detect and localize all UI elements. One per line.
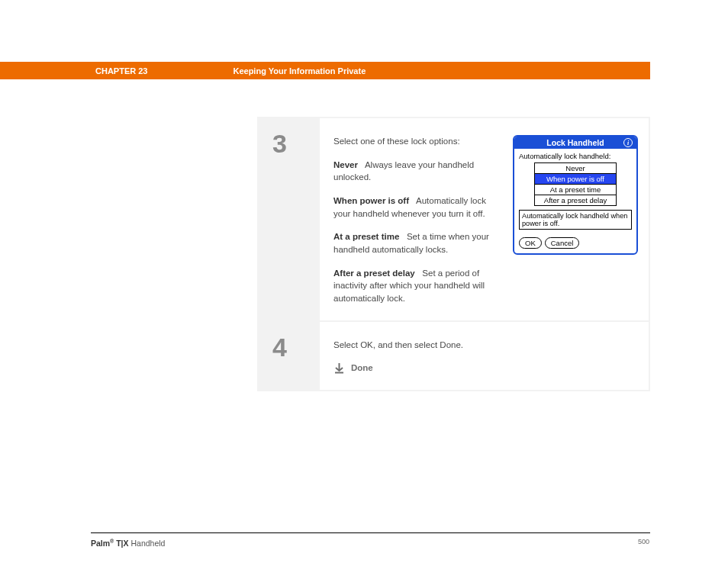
step-instruction: Select OK, and then select Done. xyxy=(333,339,638,352)
chapter-header: CHAPTER 23 Keeping Your Information Priv… xyxy=(0,62,650,79)
dialog-caption: Automatically lock handheld: xyxy=(519,152,632,160)
footer-product: Palm® T|X Handheld xyxy=(91,538,165,548)
option-description: When power is off Automatically lock you… xyxy=(333,195,499,220)
chapter-label: CHAPTER 23 xyxy=(95,66,147,76)
dialog-button-row: OK Cancel xyxy=(519,237,632,249)
done-indicator: Done xyxy=(333,362,638,375)
step-row: 4 Select OK, and then select Done. Done xyxy=(259,322,649,390)
lock-options-list: Never When power is off At a preset time… xyxy=(534,162,617,206)
lock-option-power-off[interactable]: When power is off xyxy=(535,174,616,185)
step-number: 3 xyxy=(259,118,320,320)
dialog-description: Automatically lock handheld when power i… xyxy=(519,210,632,230)
done-arrow-icon xyxy=(333,362,345,374)
dialog-titlebar: Lock Handheld i xyxy=(514,137,636,149)
step-text: Select OK, and then select Done. Done xyxy=(333,339,638,375)
lock-option-never[interactable]: Never xyxy=(535,163,616,174)
lock-option-preset-delay[interactable]: After a preset delay xyxy=(535,195,616,205)
option-description: Never Always leave your handheld unlocke… xyxy=(333,159,499,184)
option-description: At a preset time Set a time when your ha… xyxy=(333,230,499,256)
step-intro: Select one of these lock options: xyxy=(333,135,499,148)
steps-container: 3 Select one of these lock options: Neve… xyxy=(257,117,650,391)
chapter-title: Keeping Your Information Private xyxy=(233,66,366,76)
step-row: 3 Select one of these lock options: Neve… xyxy=(259,118,649,320)
page-number: 500 xyxy=(638,538,649,545)
dialog-title-text: Lock Handheld xyxy=(546,138,604,147)
footer-divider xyxy=(91,532,650,533)
lock-handheld-dialog: Lock Handheld i Automatically lock handh… xyxy=(513,135,638,255)
done-label: Done xyxy=(351,362,373,375)
option-description: After a preset delay Set a period of ina… xyxy=(333,267,499,305)
footer-brand: Palm® T|X xyxy=(91,539,129,548)
step-text: Select one of these lock options: Never … xyxy=(333,135,499,305)
step-body: Select one of these lock options: Never … xyxy=(320,118,649,320)
step-number: 4 xyxy=(259,322,320,390)
ok-button[interactable]: OK xyxy=(519,237,542,249)
step-body: Select OK, and then select Done. Done xyxy=(320,322,649,390)
dialog-screenshot: Lock Handheld i Automatically lock handh… xyxy=(513,135,638,305)
info-icon[interactable]: i xyxy=(623,138,633,147)
cancel-button[interactable]: Cancel xyxy=(545,237,580,249)
lock-option-preset-time[interactable]: At a preset time xyxy=(535,185,616,195)
dialog-content: Automatically lock handheld: Never When … xyxy=(514,149,636,253)
